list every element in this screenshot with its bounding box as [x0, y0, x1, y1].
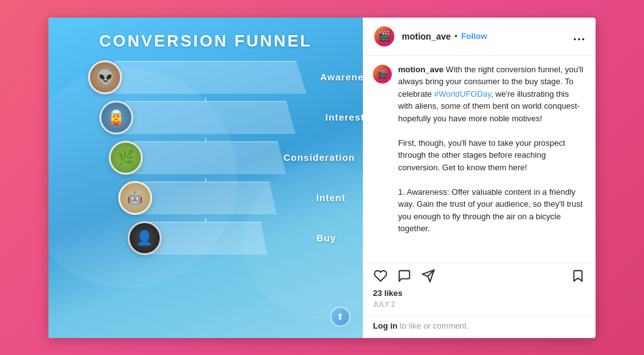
alien-avatar-1: 👽	[88, 60, 122, 94]
funnel-level-intent: 🤖 Intent	[135, 182, 277, 214]
watermark: ⬆	[330, 307, 350, 327]
funnel-shape-3: 🌿 Consideration	[126, 141, 286, 174]
trapezoid-5	[145, 222, 267, 254]
comment-avatar: 🎬	[373, 65, 392, 84]
bookmark-button[interactable]	[570, 268, 586, 283]
funnel-level-interest: 🧝 Interest	[116, 101, 296, 134]
instagram-card: CONVERSION FUNNEL 👽 Awareness 🧝 Interest	[48, 18, 596, 338]
avatar: 🎬	[373, 25, 396, 48]
level-label-consideration: Consideration	[284, 152, 355, 163]
alien-avatar-3: 🌿	[109, 141, 143, 175]
funnel-title: CONVERSION FUNNEL	[99, 31, 312, 51]
caption-username[interactable]: motion_ave	[398, 65, 443, 74]
post-header: 🎬 motion_ave • Follow ...	[363, 18, 596, 56]
level-label-buy: Buy	[316, 232, 336, 243]
bookmark-icon	[571, 269, 585, 283]
funnel-shape-5: 👤 Buy	[145, 222, 267, 254]
caption-text-3: First, though, you'll have to take your …	[398, 138, 565, 172]
level-label-interest: Interest	[325, 112, 363, 123]
heart-icon	[374, 269, 387, 283]
alien-avatar-2: 🧝	[99, 101, 133, 134]
share-icon	[421, 269, 435, 283]
alien-avatar-5: 👤	[128, 221, 162, 255]
funnel-container: 👽 Awareness 🧝 Interest 🌿	[48, 61, 363, 258]
caption-hashtag[interactable]: #WorldUFODay	[434, 89, 491, 99]
watermark-badge: ⬆	[330, 307, 350, 327]
trapezoid-1	[105, 61, 306, 94]
trapezoid-4	[135, 182, 277, 214]
post-image: CONVERSION FUNNEL 👽 Awareness 🧝 Interest	[48, 18, 363, 338]
level-label-awareness: Awareness	[320, 72, 363, 82]
trapezoid-2	[116, 101, 296, 134]
login-link[interactable]: Log in	[373, 321, 397, 330]
post-actions: 23 likes July 2	[363, 263, 596, 315]
funnel-level-buy: 👤 Buy	[145, 222, 267, 254]
username[interactable]: motion_ave	[402, 31, 451, 41]
caption-text-4: 1. Awareness: Offer valuable content in …	[398, 187, 582, 234]
caption-row: 🎬 motion_ave With the right conversion f…	[373, 63, 586, 235]
action-icons-row	[373, 268, 586, 283]
level-label-intent: Intent	[316, 192, 346, 203]
comment-icon	[397, 269, 411, 283]
share-button[interactable]	[421, 268, 436, 283]
follow-button[interactable]: Follow	[461, 31, 487, 41]
separator: •	[455, 31, 458, 41]
funnel-shape-1: 👽 Awareness	[105, 61, 306, 94]
like-button[interactable]	[373, 268, 388, 283]
user-info: 🎬 motion_ave • Follow	[373, 25, 487, 48]
post-date: July 2	[373, 300, 586, 308]
post-body: 🎬 motion_ave With the right conversion f…	[363, 56, 596, 263]
funnel-shape-4: 🤖 Intent	[135, 182, 277, 214]
login-suffix: to like or comment.	[397, 321, 469, 330]
likes-count: 23 likes	[373, 288, 586, 298]
funnel-shape-2: 🧝 Interest	[116, 101, 296, 134]
login-prompt: Log in to like or comment.	[363, 315, 596, 338]
funnel-level-consideration: 🌿 Consideration	[126, 141, 286, 174]
username-area: motion_ave • Follow	[402, 31, 487, 41]
comment-button[interactable]	[397, 268, 412, 283]
alien-avatar-4: 🤖	[118, 181, 152, 215]
post-content: 🎬 motion_ave • Follow ... 🎬 motion_ave W…	[363, 18, 596, 338]
caption-text: motion_ave With the right conversion fun…	[398, 63, 586, 235]
trapezoid-3	[126, 141, 286, 174]
funnel-level-awareness: 👽 Awareness	[105, 61, 306, 94]
more-options-button[interactable]: ...	[573, 29, 586, 43]
